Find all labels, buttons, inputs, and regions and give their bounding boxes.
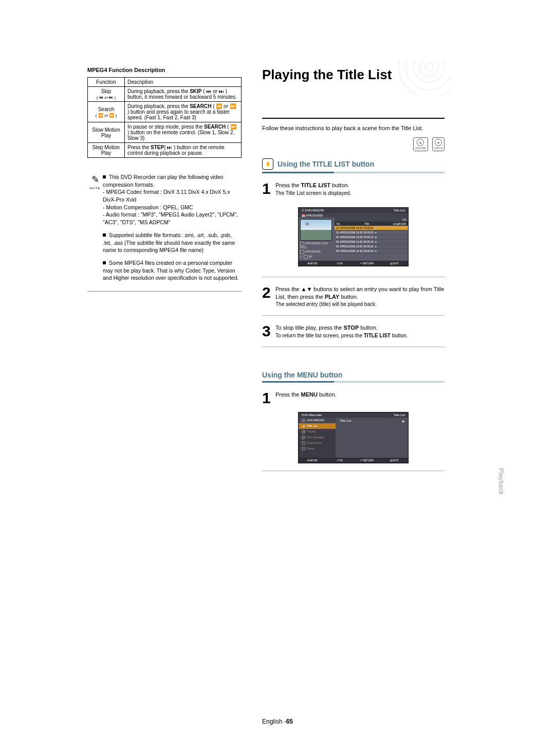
thumbnail-icon <box>300 219 332 241</box>
disc-icon: ◉ <box>417 139 424 146</box>
right-column: Playing the Title List Follow these inst… <box>262 67 445 471</box>
divider <box>262 277 445 277</box>
disc-badge-dvdr: ◉DVD-R <box>432 137 445 151</box>
hero: Playing the Title List <box>262 67 445 119</box>
disc-icon: ⦾ <box>302 419 305 422</box>
step-1: 1 Press the TITLE LIST button. The Title… <box>262 182 445 197</box>
th-description: Description <box>125 78 242 87</box>
th-function: Function <box>88 78 125 87</box>
row-step-motion: Step Motion Play Press the STEP( ⏭ ) but… <box>88 143 242 158</box>
side-item-programme: ⦾Programme <box>299 440 336 446</box>
side-item-disc-manager: ◐Disc Manager <box>299 435 336 440</box>
svg-point-3 <box>420 59 438 76</box>
osd-title-list: ⦾ DVD-RW(VR)Title List 📅 APR/19/2006 APR… <box>298 207 409 266</box>
subhead-bar <box>262 172 445 173</box>
note-pencil-icon: ✎ <box>87 173 103 186</box>
subhead-bar <box>262 381 445 383</box>
list-row: 04APR/20/2006 12:3000:00:16▶ <box>335 240 408 244</box>
list-row: 05APR/21/2006 12:0000:00:32▶ <box>335 244 408 249</box>
step-3: 3 To stop title play, press the STOP but… <box>262 324 445 339</box>
osd-menu: DVD-RecorderTitle List ⦾DVD-RW(VR) ▤Titl… <box>298 412 409 463</box>
note-label: NOTE <box>87 186 103 190</box>
divider <box>262 471 445 471</box>
side-item-title-list: ▤Title List <box>299 423 336 429</box>
side-item-setup: ⚙Setup <box>299 446 336 452</box>
row-slow-motion: Slow Motion Play In pause or step mode, … <box>88 122 242 143</box>
bullet-icon <box>103 261 106 264</box>
disc-icon: ◉ <box>435 139 442 146</box>
mpeg-function-table: Function Description Skip( ⏮ or ⏭ ) Duri… <box>87 77 242 158</box>
list-row: 06APR/21/2006 12:3000:00:18▶ <box>335 249 408 254</box>
remote-icon: ✋ <box>262 158 273 170</box>
svg-point-4 <box>425 63 433 71</box>
disc-graphic-icon <box>388 59 450 95</box>
intro-text: Follow these instructions to play back a… <box>262 125 445 131</box>
list-row: 01APR/19/2006 12:0000:00:21▶ <box>335 226 408 230</box>
bullet-icon <box>103 233 106 237</box>
subhead-menu: Using the MENU button <box>262 371 445 379</box>
svg-point-1 <box>406 59 450 90</box>
page-footer: English -65 <box>0 718 555 725</box>
step-number: 3 <box>262 324 273 339</box>
step-number: 1 <box>262 391 273 405</box>
note-block: ✎ NOTE This DVD Recorder can play the fo… <box>87 173 242 287</box>
list-row: 03APR/20/2006 12:0000:00:15▶ <box>335 235 408 240</box>
page: MPEG4 Function Description Function Desc… <box>0 0 555 502</box>
step-2: 2 Press the ▲▼ buttons to select an entr… <box>262 285 445 309</box>
disc-badge-dvdrw: ◉DVD-RW <box>413 137 428 151</box>
side-item-playlist: ⦿Playlist <box>299 429 336 435</box>
list-row: 02APR/19/2006 12:3000:00:03▶ <box>335 230 408 235</box>
left-column: MPEG4 Function Description Function Desc… <box>87 67 242 471</box>
step-number: 2 <box>262 285 273 309</box>
hero-rule <box>262 118 445 119</box>
subhead-title-list: ✋ Using the TITLE LIST button <box>262 158 445 170</box>
mpeg-func-heading: MPEG4 Function Description <box>87 67 242 73</box>
bullet-icon <box>103 175 106 178</box>
side-tab-playback: Playback <box>497 468 505 495</box>
chevron-right-icon: ▶ <box>402 419 405 423</box>
divider <box>87 291 242 292</box>
disc-badges: ◉DVD-RW ◉DVD-R <box>262 136 445 151</box>
step-b1: 1 Press the MENU button. <box>262 391 445 405</box>
divider <box>262 315 445 316</box>
row-search: Search( ⏪ or ⏩ ) During playback, press … <box>88 102 242 122</box>
step-number: 1 <box>262 182 273 197</box>
row-skip: Skip( ⏮ or ⏭ ) During playback, press th… <box>88 87 242 102</box>
